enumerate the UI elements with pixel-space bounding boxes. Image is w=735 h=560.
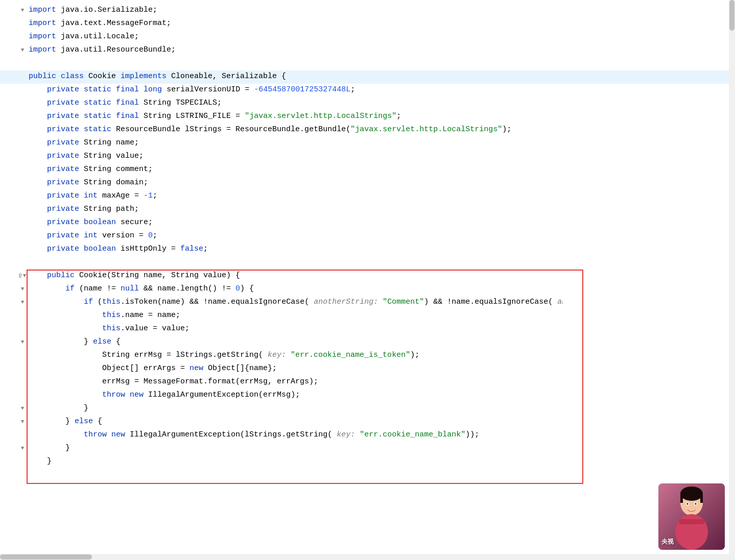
avatar-label: 央视 (661, 537, 674, 547)
svg-point-11 (695, 503, 697, 505)
code-line-field4: private static ResourceBundle lStrings =… (0, 124, 735, 137)
line-content-assign1: this.name = name; (27, 309, 735, 322)
code-line-field11: private boolean secure; (0, 216, 735, 230)
line-content-field5: private String name; (27, 137, 735, 149)
svg-rect-3 (680, 493, 683, 503)
line-content-format: errMsg = MessageFormat.format(errMsg, er… (27, 376, 735, 388)
fold-icon-close-else2[interactable]: ▼ (18, 444, 27, 453)
line-content-3: import java.util.Locale; (27, 31, 735, 43)
line-content-field9: private int maxAge = -1; (27, 190, 735, 202)
line-content-4: import java.util.ResourceBundle; (27, 44, 735, 56)
code-line-field2: private static final String TSPECIALS; (0, 97, 735, 110)
svg-point-2 (680, 486, 703, 501)
code-line-else2: ▼ } else { (0, 416, 735, 429)
fold-icon-4[interactable]: ▼ (18, 46, 27, 55)
code-line-close-else1: ▼ } (0, 402, 735, 416)
line-content-field8: private String domain; (27, 177, 735, 189)
line-content-close-else2: } (27, 442, 735, 454)
code-line-blank-2 (0, 256, 735, 270)
code-line-field8: private String domain; (0, 177, 735, 190)
vertical-scrollbar-thumb[interactable] (729, 0, 734, 31)
line-content-blank-2 (27, 256, 735, 269)
code-line-1: ▼ import java.io.Serializable; (0, 4, 735, 17)
code-line-assign1: this.name = name; (0, 309, 735, 323)
fold-icon-else1[interactable]: ▼ (18, 338, 27, 347)
svg-point-10 (687, 503, 689, 505)
code-line-errmsg: String errMsg = lStrings.getString( key:… (0, 349, 735, 362)
code-line-field7: private String comment; (0, 163, 735, 177)
code-line-field12: private int version = 0; (0, 230, 735, 243)
code-line-2: import java.text.MessageFormat; (0, 17, 735, 31)
code-line-errargs: Object[] errArgs = new Object[]{name}; (0, 362, 735, 376)
line-content-throw1: throw new IllegalArgumentException(errMs… (27, 389, 735, 401)
line-content-if1: if (name != null && name.length() != 0) … (27, 283, 735, 295)
code-line-blank-1 (0, 57, 735, 70)
code-line-if1: ▼ if (name != null && name.length() != 0… (0, 283, 735, 296)
fold-icon-1[interactable]: ▼ (18, 6, 27, 15)
code-line-assign2: this.value = value; (0, 323, 735, 336)
line-content-assign2: this.value = value; (27, 323, 735, 335)
line-content-field3: private static final String LSTRING_FILE… (27, 110, 735, 123)
code-line-field10: private String path; (0, 203, 735, 216)
horizontal-scrollbar[interactable] (0, 554, 735, 560)
avatar-overlay: 央视 (658, 483, 725, 550)
code-line-4: ▼ import java.util.ResourceBundle; (0, 44, 735, 57)
fold-icon-else2[interactable]: ▼ (18, 418, 27, 427)
line-content-else1: } else { (27, 336, 735, 348)
line-content-1: import java.io.Serializable; (27, 4, 735, 16)
svg-rect-7 (679, 519, 704, 524)
fold-icon-if2[interactable]: ▼ (18, 298, 27, 307)
line-content-else2: } else { (27, 416, 735, 428)
code-line-close-else2: ▼ } (0, 442, 735, 455)
code-line-field3: private static final String LSTRING_FILE… (0, 110, 735, 124)
code-line-close-constructor: } (0, 455, 735, 469)
code-line-field1: private static final long serialVersionU… (0, 84, 735, 97)
line-content-close-constructor: } (27, 455, 735, 468)
avatar-figure: 央视 (658, 483, 725, 550)
code-area: ▼ import java.io.Serializable; import ja… (0, 0, 735, 473)
horizontal-scrollbar-thumb[interactable] (0, 554, 92, 559)
line-content-field7: private String comment; (27, 163, 735, 176)
code-line-class: public class Cookie implements Cloneable… (0, 70, 735, 84)
line-content-field1: private static final long serialVersionU… (27, 84, 735, 96)
line-content-constructor: public Cookie(String name, String value)… (27, 270, 735, 282)
code-line-field6: private String value; (0, 150, 735, 163)
code-line-throw1: throw new IllegalArgumentException(errMs… (0, 389, 735, 402)
line-content-blank-1 (27, 57, 735, 69)
fold-icon-constructor[interactable]: @ ▼ (18, 272, 27, 281)
line-content-errargs: Object[] errArgs = new Object[]{name}; (27, 362, 735, 375)
line-content-field12: private int version = 0; (27, 230, 735, 242)
line-content-close-else1: } (27, 402, 735, 415)
code-line-format: errMsg = MessageFormat.format(errMsg, er… (0, 376, 735, 389)
line-content-errmsg: String errMsg = lStrings.getString( key:… (27, 349, 735, 361)
line-content-2: import java.text.MessageFormat; (27, 17, 735, 30)
line-content-field13: private boolean isHttpOnly = false; (27, 243, 735, 255)
line-content-field2: private static final String TSPECIALS; (27, 97, 735, 109)
editor-container: ▼ import java.io.Serializable; import ja… (0, 0, 735, 560)
line-content-if2: if (this.isToken(name) && !name.equalsIg… (27, 296, 563, 308)
code-line-field9: private int maxAge = -1; (0, 190, 735, 203)
code-line-constructor: @ ▼ public Cookie(String name, String va… (0, 270, 735, 283)
code-line-throw2: throw new IllegalArgumentException(lStri… (0, 429, 735, 442)
line-content-field10: private String path; (27, 203, 735, 215)
code-line-else1: ▼ } else { (0, 336, 735, 349)
vertical-scrollbar[interactable] (729, 0, 735, 554)
line-content-class: public class Cookie implements Cloneable… (27, 70, 735, 83)
line-content-field4: private static ResourceBundle lStrings =… (27, 124, 735, 136)
fold-icon-if1[interactable]: ▼ (18, 285, 27, 294)
code-line-if2: ▼ if (this.isToken(name) && !name.equals… (0, 296, 735, 309)
code-line-field5: private String name; (0, 137, 735, 150)
line-content-throw2: throw new IllegalArgumentException(lStri… (27, 429, 735, 441)
code-line-field13: private boolean isHttpOnly = false; (0, 243, 735, 256)
line-content-field6: private String value; (27, 150, 735, 162)
code-line-3: import java.util.Locale; (0, 31, 735, 44)
svg-rect-4 (700, 493, 703, 503)
line-content-field11: private boolean secure; (27, 216, 735, 229)
fold-icon-close-else1[interactable]: ▼ (18, 404, 27, 413)
